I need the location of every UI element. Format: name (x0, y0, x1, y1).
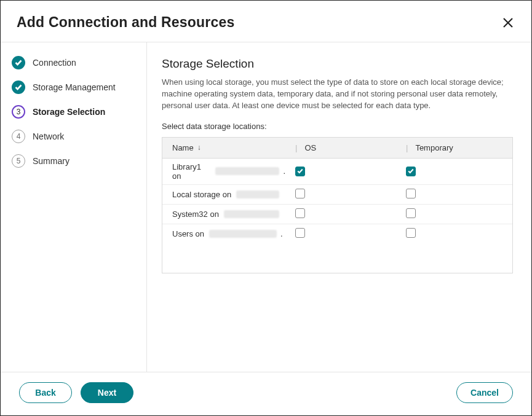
step-storage-selection[interactable]: 3 Storage Selection (12, 105, 140, 119)
table-spacer (162, 243, 512, 273)
name-prefix: Library1 on (172, 162, 210, 181)
storage-table: Name ↓ |OS |Temporary Library1 on .Local… (162, 137, 513, 273)
column-header-temporary[interactable]: |Temporary (396, 143, 512, 152)
name-prefix: Users on (172, 229, 204, 238)
footer-left: Back Next (19, 382, 133, 403)
redacted-text (215, 167, 280, 175)
step-label: Connection (33, 58, 76, 68)
cancel-button[interactable]: Cancel (456, 382, 513, 403)
cell-os (285, 208, 396, 220)
cell-name: Users on . (162, 229, 285, 238)
cell-os (285, 167, 396, 176)
column-separator: | (295, 143, 304, 152)
check-icon (408, 168, 414, 174)
check-icon (297, 168, 303, 174)
sort-down-icon: ↓ (197, 143, 201, 152)
cell-name: Local storage on (162, 190, 285, 199)
cell-name: Library1 on . (162, 162, 285, 181)
table-row: Users on . (162, 224, 512, 243)
trailing-text: . (280, 229, 283, 238)
col-name-label: Name (172, 143, 194, 152)
back-button[interactable]: Back (19, 382, 72, 403)
step-number-icon: 4 (12, 130, 25, 143)
dialog-title: Add Connection and Resources (17, 14, 234, 31)
cell-temporary (396, 189, 512, 200)
temporary-checkbox[interactable] (406, 228, 416, 238)
dialog-body: Connection Storage Management 3 Storage … (1, 42, 531, 372)
step-label: Storage Selection (33, 107, 105, 117)
os-checkbox[interactable] (295, 228, 305, 238)
redacted-text (209, 230, 277, 238)
col-os-label: OS (304, 143, 316, 152)
step-storage-management[interactable]: Storage Management (12, 80, 140, 94)
cell-os (285, 189, 396, 200)
check-icon (12, 56, 25, 69)
step-label: Summary (33, 156, 69, 166)
table-row: Library1 on . (162, 159, 512, 185)
step-summary[interactable]: 5 Summary (12, 154, 140, 168)
temporary-checkbox[interactable] (406, 189, 416, 198)
dialog-window: Add Connection and Resources Connection … (0, 0, 532, 416)
table-header: Name ↓ |OS |Temporary (162, 138, 512, 159)
table-row: System32 on (162, 205, 512, 224)
column-header-name[interactable]: Name ↓ (162, 143, 285, 152)
os-checkbox[interactable] (295, 167, 305, 176)
next-button[interactable]: Next (81, 382, 133, 403)
main-panel: Storage Selection When using local stora… (147, 42, 531, 372)
step-network[interactable]: 4 Network (12, 130, 140, 143)
close-icon (502, 17, 514, 28)
step-label: Storage Management (33, 82, 116, 92)
col-temp-label: Temporary (415, 143, 453, 152)
name-prefix: Local storage on (172, 190, 231, 199)
dialog-footer: Back Next Cancel (1, 372, 531, 415)
select-label: Select data storage locations: (162, 122, 513, 131)
table-row: Local storage on (162, 185, 512, 205)
cell-name: System32 on (162, 210, 285, 219)
column-header-os[interactable]: |OS (285, 143, 396, 152)
page-heading: Storage Selection (162, 57, 513, 71)
column-separator: | (406, 143, 415, 152)
title-bar: Add Connection and Resources (1, 1, 531, 42)
close-button[interactable] (501, 15, 515, 30)
redacted-text (224, 210, 279, 218)
page-description: When using local storage, you must selec… (162, 77, 512, 112)
cell-os (285, 228, 396, 240)
cell-temporary (396, 167, 512, 176)
temporary-checkbox[interactable] (406, 208, 416, 218)
cell-temporary (396, 228, 512, 240)
redacted-text (236, 190, 279, 198)
cell-temporary (396, 208, 512, 220)
wizard-sidebar: Connection Storage Management 3 Storage … (1, 42, 147, 372)
step-number-icon: 3 (12, 105, 25, 119)
os-checkbox[interactable] (295, 189, 305, 198)
name-prefix: System32 on (172, 210, 219, 219)
temporary-checkbox[interactable] (406, 167, 416, 176)
step-label: Network (33, 131, 64, 141)
step-number-icon: 5 (12, 154, 25, 168)
check-icon (12, 80, 25, 94)
step-connection[interactable]: Connection (12, 56, 140, 69)
os-checkbox[interactable] (295, 208, 305, 218)
